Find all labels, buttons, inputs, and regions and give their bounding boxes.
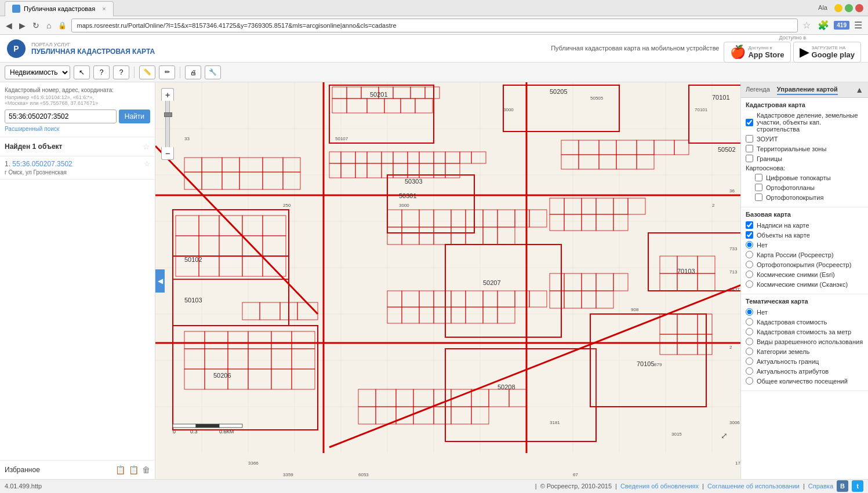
help-link[interactable]: Справка	[808, 483, 833, 490]
cursor-tool-button[interactable]: ↖	[74, 65, 90, 79]
apple-icon: 🍎	[730, 45, 746, 60]
basemap-scankex-radio[interactable]	[746, 280, 753, 288]
tab-favicon	[12, 5, 20, 13]
map-area[interactable]: 50201 50205 50102 50103 50301 50303 5020…	[155, 82, 740, 479]
minimize-button[interactable]	[834, 4, 842, 12]
thematic-actual-attr-label: Актуальность атрибутов	[757, 368, 829, 375]
thematic-none-radio[interactable]	[746, 308, 753, 316]
window-controls[interactable]: Ala	[818, 4, 863, 12]
orthocoverage-checkbox[interactable]	[755, 193, 762, 201]
search-row: Найти	[5, 109, 150, 123]
home-button[interactable]: ⌂	[44, 20, 53, 31]
thematic-map-section: Тематическая карта Нет Кадастровая стоим…	[741, 294, 868, 391]
zouit-checkbox[interactable]	[746, 135, 753, 143]
result-link[interactable]: 55:36.050207.3502	[12, 160, 72, 168]
forward-button[interactable]: ▶	[17, 20, 28, 31]
thematic-cost-item: Кадастровая стоимость	[746, 318, 863, 326]
cadastral-division-label: Кадастровое деление, земельныеучастки, о…	[757, 112, 863, 133]
borders-checkbox[interactable]	[746, 155, 753, 162]
google-play-button[interactable]: ▶ ЗАГРУЗИТЕ НА Google play	[793, 42, 861, 63]
cadastral-division-checkbox[interactable]	[746, 119, 753, 126]
search-input[interactable]	[5, 109, 117, 123]
zoom-in-button[interactable]: +	[161, 88, 174, 101]
settings-button[interactable]: 🔧	[205, 65, 221, 79]
tab-bar: Публичная кадастровая ×	[5, 0, 818, 16]
agreement-link[interactable]: Соглашение об использовании	[707, 483, 800, 490]
draw-button[interactable]: ✏	[159, 65, 175, 79]
thematic-cost-radio[interactable]	[746, 318, 753, 326]
svg-text:0.3: 0.3	[190, 429, 198, 434]
vk-button[interactable]: В	[837, 480, 848, 492]
tab-legend[interactable]: Легенда	[746, 85, 770, 95]
extensions-icon[interactable]: 🧩	[815, 20, 831, 31]
thematic-visits-radio[interactable]	[746, 377, 753, 385]
help-button[interactable]: ?	[93, 65, 110, 79]
thematic-cost-per-meter-radio[interactable]	[746, 328, 753, 335]
results-section: Найден 1 объект ☆	[0, 137, 155, 156]
print-button[interactable]: 🖨	[185, 65, 201, 79]
basemap-esri-radio[interactable]	[746, 271, 753, 278]
thematic-cost-label: Кадастровая стоимость	[757, 319, 827, 326]
property-type-select[interactable]: НедвижимостьТерриторииГраницы	[5, 65, 70, 79]
toolbar-divider-1	[134, 67, 135, 78]
objects-item: Объекты на карте	[746, 231, 863, 239]
app-store-button[interactable]: 🍎 Доступно в App Store	[724, 42, 790, 63]
search-button[interactable]: Найти	[119, 109, 150, 123]
favorites-add-button[interactable]: 📋	[115, 465, 125, 474]
tab-map-control[interactable]: Управление картой	[777, 85, 838, 95]
thematic-category-radio[interactable]	[746, 348, 753, 355]
svg-text:713: 713	[729, 269, 738, 275]
svg-text:3437: 3437	[729, 287, 740, 292]
thematic-actual-attr-radio[interactable]	[746, 367, 753, 375]
svg-text:50207: 50207	[483, 279, 501, 286]
svg-rect-28	[648, 233, 740, 291]
labels-checkbox[interactable]	[746, 221, 753, 229]
updates-link[interactable]: Сведения об обновлениях	[620, 483, 699, 490]
base-map-title: Базовая карта	[746, 211, 863, 218]
favorites-delete-button[interactable]: 🗑	[142, 465, 150, 474]
svg-text:50102: 50102	[184, 256, 202, 263]
active-tab[interactable]: Публичная кадастровая ×	[5, 1, 114, 16]
zoom-slider-handle[interactable]	[164, 112, 172, 117]
menu-icon[interactable]: ☰	[852, 20, 865, 31]
refresh-button[interactable]: ↻	[30, 20, 42, 31]
tab-close-btn[interactable]: ×	[102, 5, 106, 12]
bookmark-star-icon[interactable]: ☆	[800, 20, 813, 31]
territorial-zones-label: Территориальные зоны	[757, 145, 826, 152]
basemap-none-radio[interactable]	[746, 241, 753, 249]
measure-button[interactable]: 📏	[139, 65, 155, 79]
objects-checkbox[interactable]	[746, 231, 753, 239]
thematic-category-label: Категории земель	[757, 348, 809, 355]
favorites-section: Избранное 📋 📋 🗑	[0, 460, 155, 479]
result-star-icon[interactable]: ☆	[144, 160, 150, 168]
back-button[interactable]: ◀	[3, 20, 14, 31]
svg-text:2: 2	[729, 345, 732, 350]
basemap-ortho-radio[interactable]	[746, 261, 753, 268]
info-button[interactable]: ?	[113, 65, 129, 79]
cadastral-map-title: Кадастровая карта	[746, 101, 863, 108]
svg-text:50303: 50303	[405, 178, 423, 185]
topo-maps-checkbox[interactable]	[755, 174, 762, 181]
territorial-zones-checkbox[interactable]	[746, 145, 753, 152]
close-button[interactable]	[855, 4, 863, 12]
borders-item: Границы	[746, 155, 863, 162]
results-favorite-icon[interactable]: ☆	[143, 142, 150, 151]
panel-collapse-button[interactable]: ▲	[855, 85, 863, 94]
thematic-permitted-radio[interactable]	[746, 338, 753, 345]
address-bar[interactable]	[71, 19, 798, 32]
basemap-russia-radio[interactable]	[746, 251, 753, 258]
zoom-out-button[interactable]: −	[161, 147, 174, 160]
favorites-export-button[interactable]: 📋	[129, 465, 139, 474]
basemap-none-label: Нет	[757, 242, 768, 249]
collapse-icon[interactable]: ◀	[155, 269, 165, 293]
maximize-button[interactable]	[845, 4, 853, 12]
svg-text:70103: 70103	[677, 268, 695, 275]
advanced-search-link[interactable]: Расширенный поиск	[5, 126, 150, 132]
orthophotos-checkbox[interactable]	[755, 184, 762, 191]
thematic-actual-borders-radio[interactable]	[746, 357, 753, 365]
svg-text:0: 0	[173, 429, 176, 434]
map-collapse-button[interactable]: ◀	[155, 269, 165, 293]
header-subtitle: Публичная кадастровая карта на мобильном…	[551, 44, 719, 52]
twitter-button[interactable]: t	[852, 480, 863, 492]
svg-text:⤢: ⤢	[721, 431, 728, 440]
